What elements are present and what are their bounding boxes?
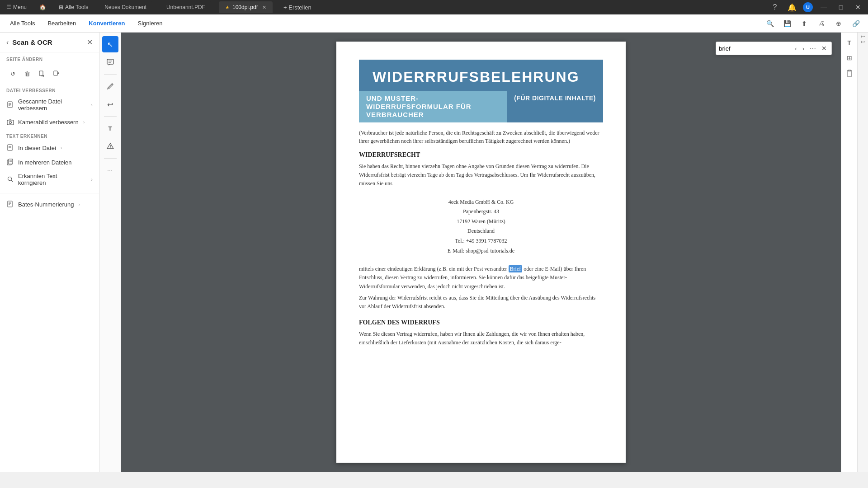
signieren-button[interactable]: Signieren [133, 18, 167, 28]
print-icon[interactable]: 🖨 [815, 17, 828, 30]
bates-nummerierung-action[interactable]: Bates-Nummerierung › [0, 197, 99, 211]
new-tab-button[interactable]: + Erstellen [280, 2, 315, 13]
in-mehreren-dateien-action[interactable]: In mehreren Dateien [0, 155, 99, 169]
kamerabild-verbessern-action[interactable]: Kamerabild verbessern › [0, 115, 99, 129]
tab-label: Neues Dokument [104, 4, 146, 10]
search-text-icon [6, 175, 14, 183]
section-text-erkennen: TEXT ERKENNEN [0, 129, 99, 141]
share-icon[interactable]: ⬆ [797, 17, 811, 30]
search-prev-button[interactable]: ‹ [793, 44, 798, 53]
arrow-icon: › [91, 102, 93, 108]
address-line3: 17192 Waren (Müritz) [359, 217, 603, 227]
widerrufsrecht-title: WIDERRUFSRECHT [359, 151, 603, 159]
panel-close-button[interactable]: ✕ [87, 38, 93, 47]
comment-tool-button[interactable] [102, 54, 118, 70]
document-scroll[interactable]: WIDERRRUFSBELEHRUNG UND MUSTER-WIDERRUFS… [121, 33, 841, 472]
menu-button[interactable]: ☰ Menu [4, 2, 29, 12]
scan-tool-button[interactable] [102, 138, 118, 155]
konvertieren-button[interactable]: Konvertieren [84, 18, 129, 28]
search-close-button[interactable]: ✕ [820, 44, 829, 53]
section-datei-verbessern: DATEI VERBESSERN [0, 84, 99, 95]
all-tools-button[interactable]: Alle Tools [5, 18, 39, 28]
subtitle-row: UND MUSTER-WIDERRUFSFORMULAR FÜR VERBRAU… [359, 91, 603, 122]
folgen-paragraph: Wenn Sie diesen Vertrag widerrufen, habe… [359, 330, 603, 347]
arrow-icon: › [83, 119, 85, 125]
search-toolbar-icon[interactable]: 🔍 [763, 17, 777, 30]
file-icon [6, 144, 14, 152]
search-more-button[interactable]: ⋯ [808, 44, 818, 53]
tool-sidebar: ↖ ↩ T ··· [99, 33, 121, 472]
more-tools-button[interactable]: ··· [102, 162, 118, 178]
wahrung-paragraph: Zur Wahrung der Widerrufsfrist reicht es… [359, 294, 603, 311]
user-avatar[interactable]: U [803, 2, 813, 12]
panel-title: Scan & OCR [12, 38, 52, 46]
in-dieser-datei-action[interactable]: In dieser Datei › [0, 141, 99, 155]
link-icon[interactable]: 🔗 [849, 17, 863, 30]
tab-100dpi-pdf[interactable]: ★ 100dpi.pdf ✕ [219, 1, 273, 13]
tab-unbenannt-pdf[interactable]: Unbenannt.PDF [160, 1, 212, 13]
header-banner: WIDERRRUFSBELEHRUNG [359, 60, 603, 91]
extract-page-button[interactable] [35, 67, 48, 80]
star-icon: ★ [225, 5, 230, 10]
right-text-tool[interactable]: T [843, 36, 856, 49]
document-page: WIDERRRUFSBELEHRUNG UND MUSTER-WIDERRUFS… [336, 42, 626, 463]
menu-label: Menu [13, 4, 27, 10]
undo-button[interactable]: ↩ [102, 96, 118, 113]
help-icon[interactable]: ? [769, 1, 781, 14]
address-line2: Papenbergstr. 43 [359, 207, 603, 217]
right-grid-tool[interactable]: ⊞ [843, 52, 856, 64]
subtitle-right-text: (FÜR DIGITALE INHALTE) [514, 94, 596, 102]
subtitle-left: UND MUSTER-WIDERRUFSFORMULAR FÜR VERBRAU… [359, 91, 507, 122]
subtitle-right: (FÜR DIGITALE INHALTE) [507, 91, 603, 122]
right-clipboard-tool[interactable] [843, 67, 856, 80]
draw-tool-button[interactable] [102, 78, 118, 94]
tab-label: Unbenannt.PDF [166, 4, 205, 10]
arrow-icon: › [91, 177, 93, 182]
search-input[interactable] [719, 45, 791, 52]
highlighted-word: Brief [509, 265, 523, 272]
home-icon: 🏠 [39, 4, 46, 10]
panel-header: ‹ Scan & OCR ✕ [0, 33, 99, 52]
notification-icon[interactable]: 🔔 [786, 1, 798, 14]
in-mehreren-dateien-label: In mehreren Dateien [18, 159, 72, 166]
zoom-icon[interactable]: ⊕ [832, 17, 845, 30]
address-line4: Deutschland [359, 226, 603, 236]
maximize-button[interactable]: □ [835, 1, 847, 14]
tab-close-icon[interactable]: ✕ [262, 5, 266, 10]
tab-label: 100dpi.pdf [232, 4, 258, 10]
document-icon [6, 101, 14, 109]
close-window-button[interactable]: ✕ [852, 1, 864, 14]
panel-back-button[interactable]: ‹ [6, 38, 9, 47]
address-line6: E-Mail: shop@psd-tutorials.de [359, 246, 603, 256]
page-num-sidebar: 1 1 [857, 33, 868, 472]
all-tools-menu-button[interactable]: ⊞ Alle Tools [56, 2, 91, 12]
kamerabild-label: Kamerabild verbessern [18, 119, 79, 126]
svg-point-31 [110, 147, 111, 148]
minimize-button[interactable]: — [817, 1, 830, 14]
doc-intro: (Verbraucher ist jede natürliche Person,… [359, 129, 603, 145]
arrow-icon: › [61, 145, 62, 150]
erkannten-text-korrigieren-action[interactable]: Erkannten Text korrigieren › [0, 169, 99, 189]
address-line5: Tel.: +49 3991 7787032 [359, 236, 603, 246]
bearbeiten-button[interactable]: Bearbeiten [43, 18, 80, 28]
home-button[interactable]: 🏠 [37, 2, 49, 12]
svg-line-21 [11, 180, 13, 182]
page-actions: ↺ 🗑 [0, 64, 99, 84]
save-icon[interactable]: 💾 [780, 17, 794, 30]
doc-header: WIDERRRUFSBELEHRUNG UND MUSTER-WIDERRUFS… [359, 60, 603, 122]
ocr-text-button[interactable]: T [102, 120, 118, 136]
menu-icon: ☰ [6, 4, 11, 10]
tab-neues-dokument[interactable]: Neues Dokument [98, 1, 153, 13]
insert-page-button[interactable] [50, 67, 62, 80]
left-panel: ‹ Scan & OCR ✕ SEITE ÄNDERN ↺ 🗑 [0, 33, 99, 472]
select-tool-button[interactable]: ↖ [102, 36, 118, 52]
delete-page-button[interactable]: 🗑 [21, 67, 33, 80]
right-panel: T ⊞ [841, 33, 857, 472]
gescannte-datei-verbessern-action[interactable]: Gescannte Datei verbessern › [0, 95, 99, 115]
rotate-left-button[interactable]: ↺ [6, 67, 19, 80]
search-next-button[interactable]: › [801, 44, 806, 53]
address-line1: 4eck Media GmbH & Co. KG [359, 197, 603, 207]
brief-paragraph: mittels einer eindeutigen Erklärung (z.B… [359, 265, 603, 291]
search-bar: ‹ › ⋯ ✕ [716, 42, 832, 55]
grid-icon: ⊞ [59, 4, 63, 10]
